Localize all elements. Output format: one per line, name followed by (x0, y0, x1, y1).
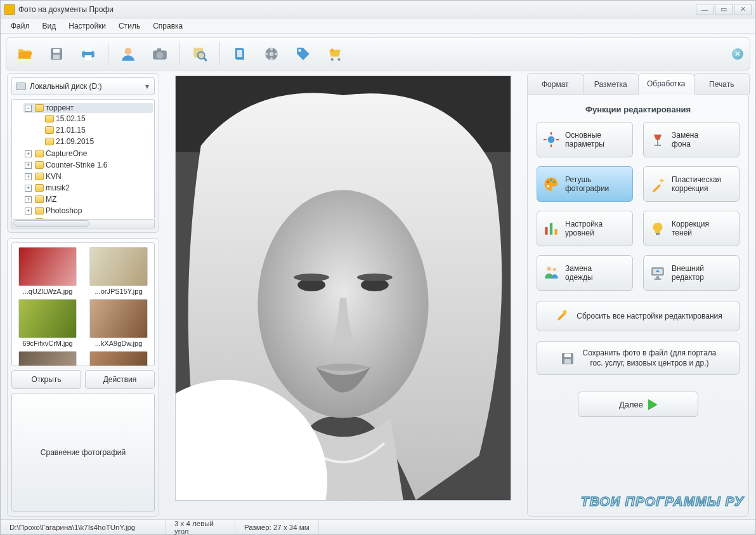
tree-item[interactable]: +musik2 (23, 183, 153, 193)
open-folder-icon (15, 44, 34, 63)
svg-point-38 (547, 181, 549, 183)
func-wand-button[interactable]: Пластическаякоррекция (643, 166, 740, 202)
expand-icon[interactable]: + (25, 185, 32, 192)
func-label-l2: одежды (565, 273, 593, 282)
thumbnail-item[interactable]: coreldeaq-2.png (15, 351, 81, 366)
svg-point-18 (270, 57, 273, 60)
tree-item[interactable]: +KVN (23, 171, 153, 182)
func-label-l1: Ретушь (565, 175, 609, 184)
toolbar-camera-button[interactable] (145, 41, 174, 67)
reset-button[interactable]: Сбросить все настройки редактирования (537, 301, 740, 331)
file-browser-panel: Локальный диск (D:) ▾ − торрент 15.02.15… (7, 73, 159, 233)
expand-icon[interactable]: + (25, 208, 32, 215)
save-label-l2: гос. услуг, визовых центров и др.) (582, 359, 716, 369)
thumbnail-item[interactable]: 69cFifxvCrM.jpg (15, 299, 81, 350)
tree-item[interactable]: +Photoshop (23, 206, 153, 216)
folder-icon (35, 161, 44, 169)
svg-point-20 (298, 49, 301, 51)
tab-processing[interactable]: Обработка (638, 73, 694, 95)
tab-layout[interactable]: Разметка (583, 73, 639, 95)
maximize-button[interactable]: ▭ (715, 4, 733, 15)
tree-item[interactable]: +MZ (23, 194, 153, 204)
svg-rect-32 (551, 132, 552, 135)
toolbar-close-icon[interactable]: ✕ (732, 48, 743, 60)
open-button[interactable]: Открыть (11, 370, 81, 389)
watermark-text: ТВОИ ПРОГРАММЫ РУ (581, 494, 744, 509)
expand-icon[interactable]: + (25, 150, 32, 157)
tree-label: 21.01.15 (56, 126, 86, 135)
status-corner: 3 x 4 левый угол (166, 520, 235, 534)
svg-rect-35 (556, 139, 559, 140)
collapse-icon[interactable]: − (25, 105, 32, 112)
thumbnail-item[interactable]: ...orJPS15Y.jpg (86, 247, 152, 298)
func-label-l2: уровней (565, 228, 603, 237)
tree-item[interactable]: 21.01.15 (34, 125, 153, 135)
tree-item[interactable]: +Counter-Strike 1.6 (23, 160, 153, 170)
thumbnail-item[interactable]: ...kXA9gDw.jpg (86, 299, 152, 350)
toolbar-print-button[interactable] (74, 41, 103, 67)
floppy-icon (47, 44, 66, 63)
func-monitor-button[interactable]: Внешнийредактор (643, 255, 740, 291)
tree-item[interactable]: +CaptureOne (23, 149, 153, 159)
toolbar-open-button[interactable] (10, 41, 39, 67)
func-palette-button[interactable]: Ретушьфотографии (537, 166, 633, 202)
zoom-icon (190, 44, 209, 63)
expand-icon[interactable]: + (25, 173, 32, 180)
svg-point-16 (270, 48, 273, 50)
floppy-icon (559, 350, 576, 367)
save-file-button[interactable]: Сохранить фото в файл (для порталагос. у… (537, 341, 740, 375)
drive-selector[interactable]: Локальный диск (D:) ▾ (11, 77, 155, 95)
toolbar-zoom-button[interactable] (185, 41, 214, 67)
thumbnail-image (89, 351, 148, 366)
expand-icon[interactable]: + (25, 162, 32, 169)
func-gear-button[interactable]: Основныепараметры (537, 122, 633, 157)
photo-preview[interactable] (175, 76, 511, 501)
tab-format[interactable]: Формат (527, 73, 583, 95)
tree-label: KVN (46, 172, 62, 181)
tree-label: musik2 (46, 183, 70, 192)
tree-item[interactable]: 21.09.2015 (34, 136, 153, 147)
func-bulb-button[interactable]: Коррекциятеней (643, 211, 740, 246)
func-bars-button[interactable]: Настройкауровней (537, 211, 633, 246)
next-button[interactable]: Далее (578, 392, 698, 417)
func-lamp-button[interactable]: Заменафона (643, 122, 740, 157)
func-label-l2: параметры (565, 140, 604, 149)
toolbar-tag-button[interactable] (289, 41, 318, 67)
svg-point-29 (357, 274, 393, 281)
svg-rect-42 (653, 184, 661, 192)
expand-icon[interactable]: + (25, 196, 32, 203)
toolbar-video-button[interactable] (257, 41, 286, 67)
compare-button[interactable]: Сравнение фотографий (11, 393, 155, 513)
tag-icon (294, 44, 313, 63)
svg-rect-37 (655, 145, 661, 146)
close-button[interactable]: ✕ (734, 4, 752, 15)
toolbar-user-button[interactable] (114, 41, 143, 67)
menu-help[interactable]: Справка (148, 20, 188, 32)
folder-tree[interactable]: − торрент 15.02.1521.01.1521.09.2015 +Ca… (11, 99, 155, 220)
minimize-button[interactable]: — (696, 4, 714, 15)
printer-icon (79, 44, 98, 63)
thumbnail-item[interactable]: e4Izc-e6n-s.jpg (86, 351, 152, 366)
menu-view[interactable]: Вид (37, 20, 62, 32)
menu-style[interactable]: Стиль (114, 20, 145, 32)
func-clothes-button[interactable]: Заменаодежды (537, 255, 633, 291)
tree-item[interactable]: 15.02.15 (34, 114, 153, 124)
svg-rect-51 (656, 276, 659, 278)
thumbnail-grid[interactable]: ...qUZlLWzA.jpg...orJPS15Y.jpg69cFifxvCr… (11, 242, 155, 366)
svg-point-22 (337, 58, 340, 61)
toolbar-help-button[interactable] (225, 41, 254, 67)
tree-hscroll[interactable] (11, 220, 155, 228)
tab-print[interactable]: Печать (694, 73, 750, 95)
tree-item-root[interactable]: − торрент (23, 103, 153, 113)
svg-rect-13 (237, 50, 242, 57)
toolbar-cart-button[interactable] (320, 41, 349, 67)
thumbnail-item[interactable]: ...qUZlLWzA.jpg (15, 247, 81, 298)
tree-label: MZ (46, 195, 56, 204)
menu-file[interactable]: Файл (6, 20, 35, 32)
lamp-icon (649, 131, 667, 149)
actions-button[interactable]: Действия (85, 370, 155, 389)
book-icon (230, 44, 249, 63)
menu-settings[interactable]: Настройки (63, 20, 111, 32)
thumbnail-image (89, 247, 148, 286)
toolbar-save-button[interactable] (42, 41, 71, 67)
